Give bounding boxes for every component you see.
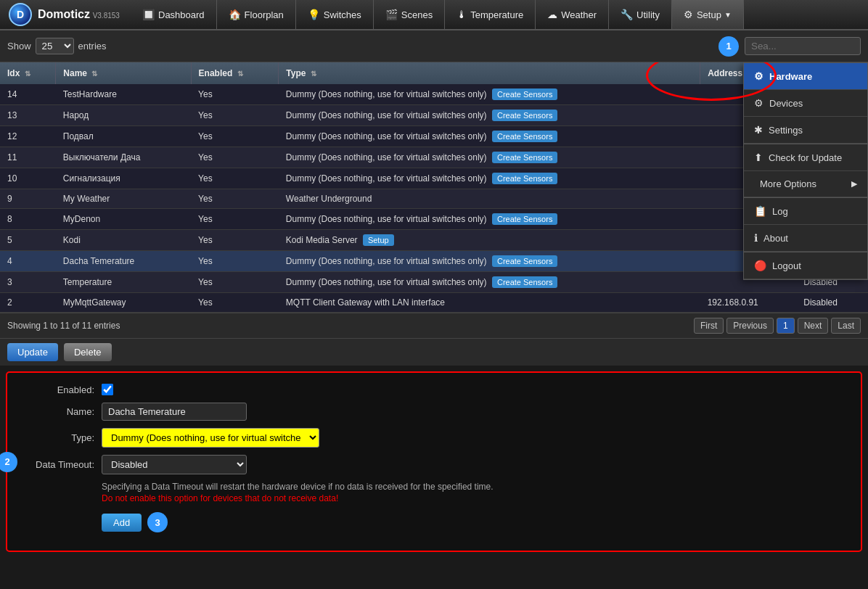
app-name: Domoticz: [38, 8, 90, 20]
bottom-section: 2 Enabled: Name: Type: Dummy (Does nothi…: [0, 371, 868, 552]
dropdown-item-settings[interactable]: ✱ Settings: [744, 117, 867, 144]
dropdown-item-devices[interactable]: ⚙ Devices: [744, 90, 867, 117]
create-sensors-button[interactable]: Create Sensors: [492, 152, 557, 163]
col-enabled[interactable]: Enabled ⇅: [191, 62, 279, 84]
cell-idx: 2: [0, 293, 56, 313]
table-row[interactable]: 3 Temperature Yes Dummy (Does nothing, u…: [0, 272, 868, 293]
table-row[interactable]: 13 Народ Yes Dummy (Does nothing, use fo…: [0, 105, 868, 126]
type-row: Type: Dummy (Does nothing, use for virtu…: [22, 428, 846, 448]
col-name[interactable]: Name ⇅: [56, 62, 191, 84]
first-page-button[interactable]: First: [694, 318, 724, 334]
type-select[interactable]: Dummy (Does nothing, use for virtual swi…: [102, 428, 319, 448]
name-input[interactable]: [102, 403, 247, 421]
devices-icon: ⚙: [754, 97, 763, 109]
cell-idx: 12: [0, 126, 56, 147]
nav-item-floorplan[interactable]: 🏠 Floorplan: [217, 0, 296, 29]
add-button[interactable]: Add: [102, 514, 142, 532]
dropdown-item-more-options[interactable]: More Options: [744, 171, 867, 197]
cell-type: Dummy (Does nothing, use for virtual swi…: [279, 251, 700, 272]
last-page-button[interactable]: Last: [831, 318, 861, 334]
table-row[interactable]: 11 Выключатели Дача Yes Dummy (Does noth…: [0, 147, 868, 168]
update-button[interactable]: Update: [7, 343, 58, 361]
cell-idx: 14: [0, 84, 56, 105]
nav-item-dashboard[interactable]: 🔲 Dashboard: [131, 0, 217, 29]
cell-idx: 3: [0, 272, 56, 293]
nav-item-scenes[interactable]: 🎬 Scenes: [374, 0, 445, 29]
data-timeout-select[interactable]: Disabled 1 minute 5 minutes: [102, 455, 247, 474]
table-row[interactable]: 12 Подвал Yes Dummy (Does nothing, use f…: [0, 126, 868, 147]
search-input[interactable]: [745, 37, 861, 55]
cell-enabled: Yes: [191, 230, 279, 251]
cell-type: Dummy (Does nothing, use for virtual swi…: [279, 272, 700, 293]
create-sensors-button[interactable]: Create Sensors: [492, 131, 557, 142]
dropdown-item-logout[interactable]: 🔴 Logout: [744, 252, 867, 279]
table-row[interactable]: 9 My Weather Yes Weather Underground WWW: [0, 189, 868, 209]
nav-item-weather[interactable]: ☁ Weather: [536, 0, 609, 29]
col-idx[interactable]: Idx ⇅: [0, 62, 56, 84]
cell-idx: 13: [0, 105, 56, 126]
cell-name: MyMqttGateway: [56, 293, 191, 313]
col-type[interactable]: Type ⇅: [279, 62, 700, 84]
cell-type: Dummy (Does nothing, use for virtual swi…: [279, 126, 700, 147]
create-sensors-button[interactable]: Create Sensors: [492, 255, 557, 267]
cell-enabled: Yes: [191, 293, 279, 313]
entries-select[interactable]: 25 50 100: [36, 38, 74, 54]
name-row: Name:: [22, 403, 846, 421]
current-page-button[interactable]: 1: [777, 318, 795, 334]
data-timeout-label: Data Timeout:: [22, 459, 94, 470]
nav-item-switches[interactable]: 💡 Switches: [296, 0, 374, 29]
dropdown-item-log[interactable]: 📋 Log: [744, 198, 867, 225]
table-row[interactable]: 5 Kodi Yes Kodi Media Server Setup: [0, 230, 868, 251]
delete-button[interactable]: Delete: [64, 343, 112, 361]
dashboard-icon: 🔲: [142, 9, 155, 20]
cell-name: Подвал: [56, 126, 191, 147]
dropdown-item-hardware[interactable]: ⚙ Hardware: [744, 63, 867, 90]
cell-name: Выключатели Дача: [56, 147, 191, 168]
scenes-icon: 🎬: [385, 9, 398, 20]
cell-type: Weather Underground: [279, 189, 700, 209]
hardware-table-container: Idx ⇅ Name ⇅ Enabled ⇅ Type ⇅ Address ⇅ …: [0, 62, 868, 313]
table-row[interactable]: 10 Сигнализация Yes Dummy (Does nothing,…: [0, 168, 868, 189]
create-sensors-button[interactable]: Create Sensors: [492, 88, 557, 100]
create-sensors-button[interactable]: Create Sensors: [492, 173, 557, 184]
dropdown-item-check-update[interactable]: ⬆ Check for Update: [744, 144, 867, 171]
timeout-row: Data Timeout: Disabled 1 minute 5 minute…: [22, 455, 846, 474]
cell-name: MyDenon: [56, 209, 191, 230]
name-label: Name:: [22, 406, 94, 417]
cell-name: My Weather: [56, 189, 191, 209]
table-row[interactable]: 14 TestHardware Yes Dummy (Does nothing,…: [0, 84, 868, 105]
table-row[interactable]: 8 MyDenon Yes Dummy (Does nothing, use f…: [0, 209, 868, 230]
next-page-button[interactable]: Next: [798, 318, 829, 334]
cell-type: Kodi Media Server Setup: [279, 230, 700, 251]
badge-3: 3: [147, 512, 168, 532]
hints-area: Specifying a Data Timeout will restart t…: [102, 482, 846, 503]
cell-type: Dummy (Does nothing, use for virtual swi…: [279, 147, 700, 168]
table-row[interactable]: 2 MyMqttGateway Yes MQTT Client Gateway …: [0, 293, 868, 313]
create-sensors-button[interactable]: Create Sensors: [492, 276, 557, 288]
enabled-checkbox[interactable]: [102, 384, 113, 395]
nav-item-setup[interactable]: ⚙ Setup ▼: [672, 0, 744, 29]
temperature-icon: 🌡: [456, 9, 467, 20]
type-label: Type:: [22, 432, 94, 443]
cell-type: Dummy (Does nothing, use for virtual swi…: [279, 105, 700, 126]
setup-button[interactable]: Setup: [363, 234, 394, 246]
log-icon: 📋: [754, 205, 766, 217]
hardware-form: 2 Enabled: Name: Type: Dummy (Does nothi…: [6, 371, 862, 552]
main-area: Idx ⇅ Name ⇅ Enabled ⇅ Type ⇅ Address ⇅ …: [0, 62, 868, 589]
cell-enabled: Yes: [191, 147, 279, 168]
hint-normal: Specifying a Data Timeout will restart t…: [102, 482, 846, 492]
cell-type: Dummy (Does nothing, use for virtual swi…: [279, 168, 700, 189]
cell-type: Dummy (Does nothing, use for virtual swi…: [279, 209, 700, 230]
create-sensors-button[interactable]: Create Sensors: [492, 213, 557, 225]
add-row: Add 3: [22, 512, 846, 532]
nav-menu: 🔲 Dashboard 🏠 Floorplan 💡 Switches 🎬 Sce…: [131, 0, 744, 29]
table-row[interactable]: 4 Dacha Temerature Yes Dummy (Does nothi…: [0, 251, 868, 272]
previous-page-button[interactable]: Previous: [726, 318, 774, 334]
cell-type: Dummy (Does nothing, use for virtual swi…: [279, 84, 700, 105]
app-version: V3.8153: [93, 12, 120, 20]
dropdown-item-about[interactable]: ℹ About: [744, 225, 867, 252]
create-sensors-button[interactable]: Create Sensors: [492, 110, 557, 121]
logo-icon: D: [9, 3, 32, 26]
nav-item-utility[interactable]: 🔧 Utility: [609, 0, 672, 29]
nav-item-temperature[interactable]: 🌡 Temperature: [445, 0, 536, 29]
